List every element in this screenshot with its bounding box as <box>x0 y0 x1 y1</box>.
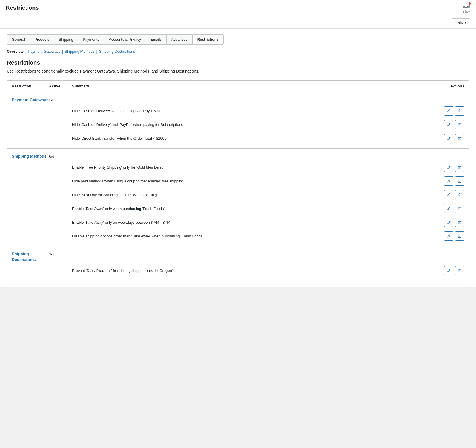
entry-actions <box>430 176 464 186</box>
delete-button[interactable] <box>455 231 464 241</box>
group-shipping-destinations: Shipping Destinations1/1Prevent 'Dairy P… <box>7 246 469 280</box>
entry-actions <box>430 134 464 143</box>
main-content: GeneralProductsShippingPaymentsAccounts … <box>0 29 476 287</box>
restriction-entry: Enable 'Take Away' only when purchasing … <box>7 202 469 215</box>
page-title: Restrictions <box>6 5 39 11</box>
entry-actions <box>430 163 464 172</box>
tab-general[interactable]: General <box>7 34 30 45</box>
restriction-entry: Prevent 'Dairy Products' from being ship… <box>7 263 469 281</box>
subnav-item-shipping-destinations[interactable]: Shipping Destinations <box>99 49 135 54</box>
tab-restrictions[interactable]: Restrictions <box>192 34 224 45</box>
sub-nav: Overview | Payment Gateways | Shipping M… <box>7 49 469 54</box>
inbox-label: Inbox <box>463 10 470 13</box>
group-payment-gateways: Payment Gateways3/3Hide 'Cash on Deliver… <box>7 92 469 148</box>
restriction-entry: Hide paid methods when using a coupon th… <box>7 174 469 188</box>
svg-rect-7 <box>458 208 461 210</box>
svg-rect-4 <box>458 166 461 169</box>
group-shipping-methods: Shipping Methods6/6Enable 'Free Priority… <box>7 148 469 246</box>
subnav-item-overview: Overview <box>7 49 24 54</box>
delete-button[interactable] <box>455 204 464 213</box>
delete-button[interactable] <box>455 266 464 275</box>
tab-products[interactable]: Products <box>30 34 54 45</box>
entry-summary-text: Hide 'Next Day Air Shipping' if Order We… <box>72 192 430 198</box>
restriction-entry: Enable 'Take Away' only on weekdays betw… <box>7 215 469 229</box>
edit-button[interactable] <box>444 106 453 116</box>
delete-button[interactable] <box>455 106 464 116</box>
entry-actions <box>430 218 464 227</box>
svg-rect-9 <box>458 235 461 237</box>
edit-button[interactable] <box>444 176 453 186</box>
subnav-item-payment-gateways[interactable]: Payment Gateways <box>28 49 60 54</box>
delete-button[interactable] <box>455 134 464 143</box>
table-header: Restriction Active Summary Actions <box>7 81 469 92</box>
edit-button[interactable] <box>444 218 453 227</box>
entry-actions <box>430 231 464 241</box>
inbox-icon <box>462 3 470 10</box>
col-header-restriction: Restriction <box>12 84 49 88</box>
tabs-container: GeneralProductsShippingPaymentsAccounts … <box>7 34 469 45</box>
restriction-entry: Hide 'Next Day Air Shipping' if Order We… <box>7 188 469 202</box>
delete-button[interactable] <box>455 190 464 199</box>
delete-button[interactable] <box>455 176 464 186</box>
group-header-payment-gateways: Payment Gateways3/3 <box>7 92 469 103</box>
delete-button[interactable] <box>455 218 464 227</box>
help-label: Help <box>456 20 463 24</box>
group-name-shipping-methods[interactable]: Shipping Methods <box>12 154 49 159</box>
tab-emails[interactable]: Emails <box>146 34 167 45</box>
entry-summary-text: Enable 'Take Away' only on weekdays betw… <box>72 220 430 225</box>
entry-actions <box>430 266 464 275</box>
entry-actions <box>430 120 464 129</box>
subnav-item-shipping-methods[interactable]: Shipping Methods <box>65 49 94 54</box>
group-active-shipping-methods: 6/6 <box>49 154 72 159</box>
restriction-entry: Enable 'Free Priority Shipping' only for… <box>7 159 469 174</box>
inbox-button[interactable]: Inbox <box>462 3 470 13</box>
edit-button[interactable] <box>444 163 453 172</box>
entry-summary-text: Disable shipping options other than 'Tak… <box>72 233 430 239</box>
col-header-summary: Summary <box>72 84 430 88</box>
edit-button[interactable] <box>444 266 453 275</box>
tab-payments[interactable]: Payments <box>78 34 104 45</box>
tab-advanced[interactable]: Advanced <box>166 34 193 45</box>
sub-nav-separator: | <box>25 49 26 54</box>
restrictions-heading: Restrictions <box>7 59 469 66</box>
help-button[interactable]: Help ▾ <box>452 18 470 26</box>
delete-button[interactable] <box>455 120 464 129</box>
entry-summary-text: Enable 'Free Priority Shipping' only for… <box>72 165 430 170</box>
svg-rect-6 <box>458 194 461 196</box>
col-header-actions: Actions <box>430 84 464 88</box>
entry-summary-text: Enable 'Take Away' only when purchasing … <box>72 206 430 212</box>
svg-rect-3 <box>458 138 461 140</box>
tab-accounts-privacy[interactable]: Accounts & Privacy <box>104 34 146 45</box>
restriction-entry: Hide 'Cash on Delivery' when shipping vi… <box>7 103 469 118</box>
edit-button[interactable] <box>444 134 453 143</box>
entry-actions <box>430 190 464 199</box>
delete-button[interactable] <box>455 163 464 172</box>
entry-actions <box>430 204 464 213</box>
svg-rect-10 <box>458 270 461 272</box>
restriction-entry: Disable shipping options other than 'Tak… <box>7 229 469 246</box>
group-header-shipping-destinations: Shipping Destinations1/1 <box>7 246 469 262</box>
chevron-down-icon: ▾ <box>465 20 467 24</box>
col-header-active: Active <box>49 84 72 88</box>
inbox-badge <box>469 2 471 5</box>
svg-rect-2 <box>458 124 461 126</box>
edit-button[interactable] <box>444 190 453 199</box>
edit-button[interactable] <box>444 231 453 241</box>
entry-summary-text: Hide 'Cash on Delivery' and 'PayPal' whe… <box>72 122 430 128</box>
group-name-shipping-destinations[interactable]: Shipping Destinations <box>12 251 49 262</box>
edit-button[interactable] <box>444 204 453 213</box>
tab-shipping[interactable]: Shipping <box>54 34 78 45</box>
group-name-payment-gateways[interactable]: Payment Gateways <box>12 97 49 103</box>
top-bar: Restrictions Inbox <box>0 0 476 16</box>
edit-button[interactable] <box>444 120 453 129</box>
restriction-entry: Hide 'Cash on Delivery' and 'PayPal' whe… <box>7 118 469 132</box>
svg-rect-1 <box>458 110 461 112</box>
table-body: Payment Gateways3/3Hide 'Cash on Deliver… <box>7 92 469 280</box>
restriction-entry: Hide 'Direct Bank Transfer' when the Ord… <box>7 132 469 148</box>
entry-summary-text: Prevent 'Dairy Products' from being ship… <box>72 268 430 274</box>
entry-actions <box>430 106 464 116</box>
group-active-payment-gateways: 3/3 <box>49 97 72 102</box>
sub-nav-separator: | <box>96 49 97 54</box>
entry-summary-text: Hide paid methods when using a coupon th… <box>72 178 430 184</box>
page-description: Use Restrictions to conditionally exclud… <box>7 69 469 73</box>
